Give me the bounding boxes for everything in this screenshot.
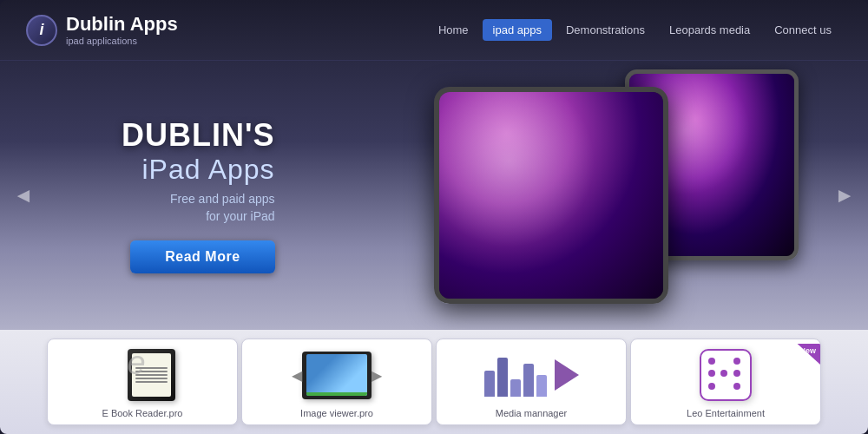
- nav-item-ipad-apps[interactable]: ipad apps: [483, 19, 552, 41]
- apps-section: e E Book Reader.pro: [0, 330, 868, 434]
- dice-dots: [708, 358, 743, 392]
- ipad-large-screen: [439, 92, 663, 299]
- hero-content: DUBLIN'S iPad Apps Free and paid apps fo…: [122, 117, 275, 273]
- app-card-ebook[interactable]: e E Book Reader.pro: [47, 339, 238, 425]
- ipad-large: [434, 87, 668, 304]
- logo-area: i Dublin Apps ipad applications: [26, 14, 178, 45]
- app-label-ebook: E Book Reader.pro: [99, 406, 187, 420]
- imgviewer-device: [302, 352, 372, 399]
- hero-subtitle: Free and paid apps for your iPad: [122, 191, 275, 225]
- imgviewer-right-arrow: ▶: [372, 367, 382, 384]
- hero-subtitle-line1: Free and paid apps: [170, 192, 275, 206]
- dice-dot-empty: [720, 358, 727, 365]
- ebook-icon: e: [110, 349, 175, 401]
- hero-title-light: iPad Apps: [122, 154, 275, 186]
- app-label-leo: Leo Entertainment: [683, 406, 768, 420]
- logo-icon: i: [26, 15, 57, 46]
- nav-item-connect-us[interactable]: Connect us: [764, 19, 842, 41]
- hero-devices: [434, 69, 799, 321]
- app-label-imageviewer: Image viewer.pro: [297, 406, 377, 420]
- header: i Dublin Apps ipad applications Home ipa…: [0, 0, 868, 61]
- main-nav: Home ipad apps Demonstrations Leopards m…: [428, 19, 842, 41]
- dice-dot: [708, 383, 715, 390]
- dice-dot: [708, 370, 715, 377]
- imgviewer-screen: [306, 354, 367, 396]
- app-icon-media: [437, 344, 626, 406]
- app-card-imageviewer[interactable]: ◀ ▶ Image viewer.pro: [241, 339, 432, 425]
- page-wrapper: i Dublin Apps ipad applications Home ipa…: [0, 0, 868, 434]
- hero-title-bold: DUBLIN'S: [122, 117, 275, 154]
- logo-subtitle: ipad applications: [66, 36, 178, 46]
- leo-new-badge: New: [782, 344, 820, 378]
- dice-dot: [733, 358, 740, 365]
- dice-dot: [733, 370, 740, 377]
- next-slide-button[interactable]: ►: [834, 183, 855, 207]
- dice-dot: [733, 383, 740, 390]
- media-icon-container: [484, 353, 579, 397]
- nav-item-demonstrations[interactable]: Demonstrations: [556, 19, 655, 41]
- app-label-media: Media mannager: [492, 406, 571, 420]
- app-card-leo[interactable]: New Leo Entertainment: [630, 339, 821, 425]
- media-bars: [484, 353, 547, 397]
- logo-letter: i: [39, 21, 43, 39]
- prev-slide-button[interactable]: ◄: [13, 183, 34, 207]
- media-bar-2: [497, 358, 508, 397]
- app-icon-ebook: e: [48, 344, 237, 406]
- nav-item-home[interactable]: Home: [428, 19, 479, 41]
- hero-section: ◄ ► DUBLIN'S iPad Apps Free and paid app…: [0, 61, 868, 330]
- media-bar-1: [484, 371, 495, 397]
- app-icon-imageviewer: ◀ ▶: [242, 344, 431, 406]
- app-icon-leo: New: [631, 344, 820, 406]
- read-more-button[interactable]: Read More: [130, 240, 274, 273]
- nav-item-leopards-media[interactable]: Leopards media: [659, 19, 760, 41]
- imgviewer-left-arrow: ◀: [292, 367, 302, 384]
- dice-dot: [720, 370, 727, 377]
- dice-dot: [708, 358, 715, 365]
- logo-text: Dublin Apps ipad applications: [66, 14, 178, 45]
- dice-dot-empty: [720, 383, 727, 390]
- app-card-media[interactable]: Media mannager: [436, 339, 627, 425]
- dice-icon: [700, 349, 752, 401]
- media-bar-4: [523, 364, 534, 397]
- media-bar-3: [510, 379, 521, 397]
- ebook-letter-e: e: [128, 345, 146, 382]
- hero-subtitle-line2: for your iPad: [206, 209, 274, 223]
- logo-title: Dublin Apps: [66, 14, 178, 35]
- media-bar-5: [536, 375, 547, 397]
- media-play-icon: [555, 359, 579, 391]
